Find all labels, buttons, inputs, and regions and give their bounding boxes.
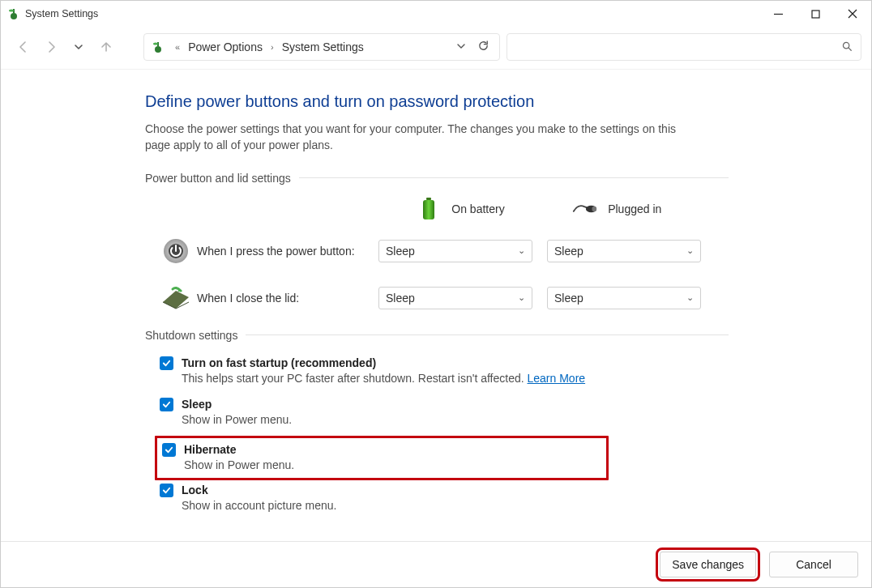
checkbox-label: Sleep bbox=[182, 398, 212, 411]
svg-rect-8 bbox=[426, 198, 431, 200]
section-header-shutdown: Shutdown settings bbox=[145, 329, 729, 342]
chevron-down-icon: ⌄ bbox=[518, 292, 525, 303]
chevron-down-icon: ⌄ bbox=[518, 245, 525, 256]
nav-forward-button[interactable] bbox=[41, 37, 61, 57]
section-label: Power button and lid settings bbox=[145, 172, 291, 185]
breadcrumb-back-chevron[interactable]: « bbox=[172, 42, 183, 52]
column-header-battery: On battery bbox=[451, 202, 504, 215]
page-subtitle: Choose the power settings that you want … bbox=[145, 121, 696, 154]
search-icon bbox=[841, 40, 853, 54]
content-area: Define power buttons and turn on passwor… bbox=[1, 70, 871, 541]
divider bbox=[299, 177, 729, 178]
page-title: Define power buttons and turn on passwor… bbox=[145, 92, 729, 111]
cancel-button[interactable]: Cancel bbox=[769, 552, 858, 577]
search-input[interactable] bbox=[507, 33, 861, 61]
svg-point-2 bbox=[9, 9, 14, 11]
close-button[interactable] bbox=[834, 1, 871, 27]
battery-icon bbox=[416, 196, 442, 222]
minimize-button[interactable] bbox=[759, 1, 797, 27]
checkbox-description: Show in account picture menu. bbox=[160, 499, 729, 512]
svg-point-4 bbox=[155, 46, 161, 53]
svg-rect-3 bbox=[812, 11, 819, 18]
refresh-button[interactable] bbox=[477, 40, 489, 54]
addressbar-icon bbox=[151, 40, 165, 54]
titlebar: System Settings bbox=[1, 1, 871, 27]
chevron-right-icon: › bbox=[267, 42, 277, 52]
checkbox-row-hibernate: Hibernate Show in Power menu. bbox=[155, 436, 609, 480]
app-icon bbox=[7, 7, 20, 20]
breadcrumb-current[interactable]: System Settings bbox=[282, 40, 364, 53]
checkbox-row-fast-startup: Turn on fast startup (recommended) This … bbox=[160, 353, 729, 394]
checkbox-row-sleep: Sleep Show in Power menu. bbox=[160, 394, 729, 436]
addressbar[interactable]: « Power Options › System Settings bbox=[143, 33, 500, 61]
divider bbox=[246, 334, 729, 335]
checkbox-row-lock: Lock Show in account picture menu. bbox=[160, 480, 729, 522]
power-button-battery-select[interactable]: Sleep ⌄ bbox=[378, 240, 532, 262]
addressbar-dropdown[interactable] bbox=[456, 40, 466, 53]
nav-back-button[interactable] bbox=[14, 37, 33, 57]
toolbar: « Power Options › System Settings bbox=[1, 27, 871, 70]
power-button-icon bbox=[160, 235, 192, 267]
nav-history-dropdown[interactable] bbox=[69, 37, 88, 57]
svg-point-11 bbox=[592, 206, 597, 211]
checkbox-lock[interactable] bbox=[160, 484, 173, 497]
save-button[interactable]: Save changes bbox=[660, 552, 756, 577]
row-label-lid: When I close the lid: bbox=[192, 292, 378, 305]
row-power-button: When I press the power button: Sleep ⌄ S… bbox=[160, 235, 729, 267]
checkbox-label: Lock bbox=[182, 484, 208, 496]
row-lid: When I close the lid: Sleep ⌄ Sleep ⌄ bbox=[160, 282, 729, 314]
checkbox-fast-startup[interactable] bbox=[160, 356, 173, 370]
learn-more-link[interactable]: Learn More bbox=[528, 372, 586, 385]
plug-icon bbox=[572, 196, 598, 222]
power-column-headers: On battery Plugged in bbox=[145, 196, 729, 222]
lid-icon bbox=[160, 282, 192, 314]
column-header-plugged: Plugged in bbox=[608, 202, 661, 215]
lid-battery-select[interactable]: Sleep ⌄ bbox=[378, 287, 532, 309]
footer: Save changes Cancel bbox=[1, 541, 871, 587]
svg-point-0 bbox=[11, 13, 17, 19]
checkbox-sleep[interactable] bbox=[160, 398, 173, 411]
checkbox-hibernate[interactable] bbox=[162, 443, 176, 457]
section-header-power: Power button and lid settings bbox=[145, 172, 729, 185]
section-label: Shutdown settings bbox=[145, 329, 237, 342]
svg-point-6 bbox=[153, 42, 158, 45]
window-title: System Settings bbox=[25, 8, 98, 19]
chevron-down-icon: ⌄ bbox=[686, 245, 694, 256]
chevron-down-icon: ⌄ bbox=[686, 292, 694, 303]
row-label-power-button: When I press the power button: bbox=[192, 245, 378, 258]
checkbox-label: Hibernate bbox=[184, 443, 237, 456]
svg-rect-9 bbox=[423, 200, 434, 219]
checkbox-description: Show in Power menu. bbox=[160, 413, 729, 426]
checkbox-label: Turn on fast startup (recommended) bbox=[182, 356, 376, 369]
checkbox-description: This helps start your PC faster after sh… bbox=[160, 372, 729, 385]
breadcrumb-parent[interactable]: Power Options bbox=[188, 40, 263, 53]
checkbox-description: Show in Power menu. bbox=[162, 458, 606, 471]
nav-up-button[interactable] bbox=[96, 37, 116, 57]
lid-plugged-select[interactable]: Sleep ⌄ bbox=[547, 287, 701, 309]
maximize-button[interactable] bbox=[797, 1, 834, 27]
power-button-plugged-select[interactable]: Sleep ⌄ bbox=[547, 240, 701, 262]
